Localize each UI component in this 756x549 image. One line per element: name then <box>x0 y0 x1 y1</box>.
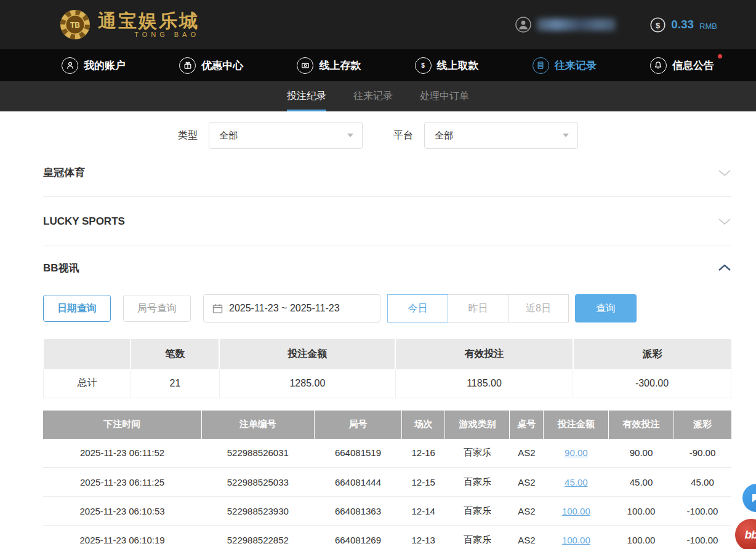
nav-online-deposit[interactable]: 线上存款 <box>297 57 361 74</box>
tab-betting-records[interactable]: 投注纪录 <box>287 81 326 111</box>
bb-logo-text: bb <box>744 528 756 542</box>
account-person-icon <box>62 57 78 74</box>
bet-amount-link[interactable]: 90.00 <box>565 447 588 458</box>
summary-header-valid-bet: 有效投注 <box>395 339 573 369</box>
search-button[interactable]: 查询 <box>575 294 637 323</box>
balance-currency: RMB <box>699 22 717 31</box>
nav-transaction-records[interactable]: 往来记录 <box>533 57 597 74</box>
section-title: BB视讯 <box>43 261 79 275</box>
main-nav: 我的账户 优惠中心 线上存款 $ 线上取款 往来记录 信息公告 <box>0 49 756 81</box>
subtab-bar: 投注纪录 往来记录 处理中订单 <box>0 81 756 111</box>
chevron-down-icon <box>563 134 569 137</box>
records-document-icon <box>533 57 549 74</box>
balance-amount: 0.33 <box>671 18 694 31</box>
cell-game: 百家乐 <box>445 468 510 497</box>
date-query-button[interactable]: 日期查询 <box>43 295 111 322</box>
cell-payout: -90.00 <box>674 439 731 468</box>
top-header: TB 通宝娱乐城 TONG BAO $ 0.33 RMB <box>0 0 756 49</box>
summary-count-value: 21 <box>131 369 219 398</box>
username-redacted <box>537 18 616 31</box>
nav-online-withdraw[interactable]: $ 线上取款 <box>415 57 479 74</box>
nav-label: 线上存款 <box>319 58 361 73</box>
notification-dot <box>718 54 722 58</box>
nav-announcements[interactable]: 信息公告 <box>650 57 714 74</box>
header-bet-time: 下注时间 <box>43 411 201 439</box>
balance-area[interactable]: $ 0.33 RMB <box>650 17 717 33</box>
svg-text:$: $ <box>421 62 425 69</box>
section-title: LUCKY SPORTS <box>43 215 125 228</box>
header-bet-id: 注单编号 <box>201 411 314 439</box>
chevron-down-icon <box>718 218 731 225</box>
today-button[interactable]: 今日 <box>387 294 448 323</box>
chat-bubble-icon <box>750 492 756 504</box>
table-row: 2025-11-23 06:10:53 522988523930 6640813… <box>43 497 731 526</box>
calendar-icon <box>212 303 223 314</box>
yesterday-button[interactable]: 昨日 <box>448 294 509 323</box>
cell-valid-bet: 90.00 <box>609 439 674 468</box>
cell-bet-time: 2025-11-23 06:11:52 <box>43 439 201 468</box>
cell-session: 12-14 <box>401 497 444 526</box>
filter-row: 类型 全部 平台 全部 <box>0 122 756 149</box>
summary-header-row: 笔数 投注金额 有效投注 派彩 <box>44 339 731 369</box>
header-round-number: 局号 <box>314 411 401 439</box>
table-row: 2025-11-23 06:11:52 522988526031 6640815… <box>43 439 731 468</box>
withdraw-dollar-icon: $ <box>415 57 432 74</box>
user-avatar-icon <box>515 17 531 33</box>
date-range-value: 2025-11-23 ~ 2025-11-23 <box>229 303 340 314</box>
nav-promotions[interactable]: 优惠中心 <box>179 57 243 74</box>
cell-payout: 45.00 <box>674 468 731 497</box>
bet-amount-link[interactable]: 100.00 <box>562 535 590 545</box>
header-table-number: 桌号 <box>510 411 544 439</box>
header-game-type: 游戏类别 <box>445 411 510 439</box>
summary-valid-bet-value: 1185.00 <box>395 369 573 398</box>
summary-header-bet-amount: 投注金额 <box>219 339 395 369</box>
accordion-bb-video[interactable]: BB视讯 <box>43 246 731 289</box>
cell-round: 664081519 <box>314 439 401 468</box>
brand-name-cn: 通宝娱乐城 <box>98 11 199 31</box>
tab-transaction-records[interactable]: 往来记录 <box>353 81 393 111</box>
platform-filter-value: 全部 <box>435 130 453 142</box>
bet-amount-link[interactable]: 100.00 <box>562 506 590 516</box>
cell-table: AS2 <box>510 526 544 549</box>
nav-label: 线上取款 <box>437 58 479 73</box>
cell-session: 12-15 <box>401 468 444 497</box>
nav-label: 我的账户 <box>84 58 126 73</box>
nav-my-account[interactable]: 我的账户 <box>62 57 126 74</box>
section-title: 皇冠体育 <box>43 166 85 180</box>
accordion-lucky-sports[interactable]: LUCKY SPORTS <box>43 197 731 246</box>
cell-bet-id: 522988523930 <box>201 497 314 526</box>
brand-logo[interactable]: TB 通宝娱乐城 TONG BAO <box>58 8 199 41</box>
tab-label: 投注纪录 <box>287 90 326 103</box>
cell-session: 12-16 <box>401 439 444 468</box>
date-range-input[interactable]: 2025-11-23 ~ 2025-11-23 <box>203 294 380 323</box>
summary-header-count: 笔数 <box>131 339 219 369</box>
round-query-button[interactable]: 局号查询 <box>123 295 191 322</box>
summary-total-label: 总计 <box>44 369 131 398</box>
bet-amount-link[interactable]: 45.00 <box>565 477 588 487</box>
platform-filter-label: 平台 <box>393 129 413 142</box>
cell-bet-id: 522988525033 <box>201 468 314 497</box>
cell-table: AS2 <box>510 439 544 468</box>
cell-table: AS2 <box>510 468 544 497</box>
summary-payout-value: -300.00 <box>573 369 731 398</box>
cell-payout: -100.00 <box>674 526 731 549</box>
cell-round: 664081444 <box>314 468 401 497</box>
summary-header-empty <box>44 339 131 369</box>
last-8-days-button[interactable]: 近8日 <box>508 294 569 323</box>
accordion-crown-sports[interactable]: 皇冠体育 <box>43 149 731 197</box>
type-filter-select[interactable]: 全部 <box>209 122 363 149</box>
cell-table: AS2 <box>510 497 544 526</box>
table-row: 2025-11-23 06:10:19 522988522852 6640812… <box>43 526 731 549</box>
user-account-area[interactable] <box>515 17 616 33</box>
cell-round: 664081269 <box>314 526 401 549</box>
platform-filter-select[interactable]: 全部 <box>424 122 578 149</box>
summary-table: 笔数 投注金额 有效投注 派彩 总计 21 1285.00 1185.00 -3… <box>43 339 731 398</box>
tab-processing-orders[interactable]: 处理中订单 <box>420 81 469 111</box>
poker-chip-icon: TB <box>58 8 92 41</box>
brand-name-en: TONG BAO <box>134 31 199 38</box>
nav-label: 优惠中心 <box>201 58 243 73</box>
gift-icon <box>179 57 196 74</box>
header-session: 场次 <box>401 411 444 439</box>
quick-range-group: 今日 昨日 近8日 <box>388 294 569 323</box>
cell-bet-time: 2025-11-23 06:10:19 <box>43 526 201 549</box>
